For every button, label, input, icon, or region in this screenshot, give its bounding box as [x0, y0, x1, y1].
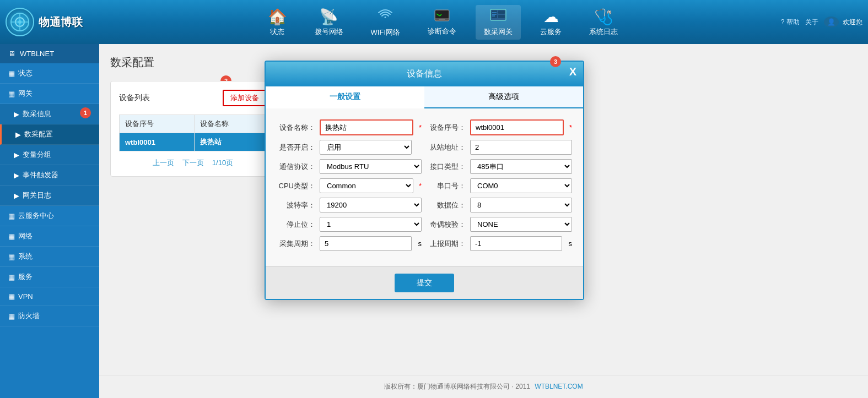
required-marker-cpu: *: [419, 182, 422, 190]
svg-rect-9: [439, 19, 445, 20]
sidebar-item-network[interactable]: ▦ 网络: [0, 226, 99, 247]
required-marker-no: *: [569, 123, 572, 132]
form-row-dev-name: 设备名称： *: [277, 119, 422, 135]
prev-page-link[interactable]: 上一页: [153, 158, 174, 168]
form-row-baud: 波特率： 9600 19200 38400 115200: [277, 198, 422, 212]
monitor-icon: 🖥: [8, 50, 15, 58]
select-stop-bit[interactable]: 1 2: [320, 217, 422, 232]
required-marker: *: [419, 123, 422, 132]
sidebar-item-system[interactable]: ▦ 系统: [0, 247, 99, 267]
signal-icon: 📡: [319, 8, 338, 26]
arrow-active-icon: ▶: [15, 130, 21, 139]
pagination: 上一页 下一页 1/10页: [119, 158, 267, 168]
cloud-icon: ☁: [543, 8, 559, 26]
user-greeting: 👤 欢迎您: [824, 18, 862, 27]
sidebar-item-service[interactable]: ▦ 服务: [0, 267, 99, 287]
input-dev-name[interactable]: [320, 119, 413, 135]
device-info-modal: 3 设备信息 X 一般设置 高级选项 设备名称：: [265, 61, 584, 300]
nav-cloud[interactable]: ☁ 云服务: [532, 5, 570, 40]
grid2-icon: ▦: [8, 90, 15, 98]
grid5-icon: ▦: [8, 253, 15, 261]
label-report-period: 上报周期：: [427, 239, 466, 249]
table-row[interactable]: wtbl0001 换热站: [120, 133, 267, 151]
nav-status-label: 状态: [270, 27, 284, 37]
nav-diagnose[interactable]: 诊断命令: [419, 5, 465, 39]
footer-text: 版权所有：厦门物通博联网络科技有限公司 · 2011: [384, 383, 530, 390]
form-row-collect-period: 采集周期： s: [277, 236, 422, 251]
select-com-port[interactable]: COM0 COM1 COM2: [470, 178, 572, 193]
tab-advanced[interactable]: 高级选项: [424, 86, 583, 107]
nav-items: 🏠 状态 📡 拨号网络 WIFI网络: [105, 4, 781, 40]
next-page-link[interactable]: 下一页: [182, 158, 204, 168]
label-data-bit: 数据位：: [427, 200, 466, 210]
footer: 版权所有：厦门物通博联网络科技有限公司 · 2011 WTBLNET.COM: [99, 375, 868, 398]
about-link[interactable]: 关于: [805, 18, 818, 27]
input-collect-period[interactable]: [320, 236, 412, 251]
label-cpu: CPU类型：: [277, 181, 315, 191]
arrow4-icon: ▶: [14, 192, 19, 200]
sidebar-item-variable-group[interactable]: ▶ 变量分组: [0, 145, 99, 165]
badge-3: 3: [550, 56, 561, 67]
nav-status[interactable]: 🏠 状态: [260, 5, 295, 40]
select-cpu[interactable]: Common: [320, 178, 413, 193]
sidebar-title: 🖥 WTBLNET: [0, 44, 99, 63]
grid6-icon: ▦: [8, 273, 15, 281]
page-info: 1/10页: [212, 158, 233, 168]
nav-syslog[interactable]: 🩺 系统日志: [581, 5, 626, 40]
nav-wifi[interactable]: WIFI网络: [363, 4, 408, 40]
form-row-stop-bit: 停止位： 1 2: [277, 217, 422, 232]
nav-wifi-label: WIFI网络: [371, 28, 400, 37]
label-enable: 是否开启：: [277, 143, 315, 152]
main-layout: 🖥 WTBLNET ▦ 状态 ▦ 网关 ▶ 数采信息 ▶ 数采配置 ▶ 变量分组…: [0, 44, 868, 398]
form-left: 设备名称： * 是否开启： 启用 禁用: [277, 119, 422, 255]
modal-title: 设备信息: [407, 69, 442, 78]
add-device-button[interactable]: 添加设备: [223, 90, 267, 106]
house-icon: 🏠: [268, 8, 287, 26]
select-data-bit[interactable]: 7 8: [470, 198, 572, 212]
submit-button[interactable]: 提交: [395, 274, 454, 292]
footer-link[interactable]: WTBLNET.COM: [535, 383, 583, 390]
input-dev-no[interactable]: [470, 119, 564, 135]
device-card: 设备列表 添加设备 设备序号 设备名称 wtbl0001: [110, 81, 276, 177]
form-row-interface: 接口类型： 485串口 232串口 以太网: [427, 159, 572, 174]
sidebar-item-cloud-center[interactable]: ▦ 云服务中心: [0, 206, 99, 226]
sidebar-item-event-trigger[interactable]: ▶ 事件触发器: [0, 165, 99, 186]
sidebar-item-gateway-log[interactable]: ▶ 网关日志: [0, 186, 99, 206]
label-stop-bit: 停止位：: [277, 220, 315, 230]
select-interface[interactable]: 485串口 232串口 以太网: [470, 159, 572, 174]
select-protocol[interactable]: Modbus RTU Modbus TCP: [320, 159, 422, 174]
label-dev-name: 设备名称：: [277, 123, 315, 133]
nav-datacollect[interactable]: 数采网关: [476, 5, 521, 40]
sidebar-item-vpn[interactable]: ▦ VPN: [0, 287, 99, 306]
input-slave-addr[interactable]: [470, 140, 572, 155]
label-com-port: 串口号：: [427, 181, 466, 191]
arrow2-icon: ▶: [14, 151, 19, 159]
label-interface: 接口类型：: [427, 162, 466, 172]
form-row-data-bit: 数据位： 7 8: [427, 198, 572, 212]
collect-period-unit: s: [418, 239, 422, 248]
modal-close-button[interactable]: X: [569, 66, 576, 77]
grid8-icon: ▦: [8, 312, 15, 320]
select-enable[interactable]: 启用 禁用: [320, 140, 412, 155]
tab-general[interactable]: 一般设置: [266, 86, 424, 108]
label-slave-addr: 从站地址：: [427, 143, 466, 152]
form-row-com-port: 串口号： COM0 COM1 COM2: [427, 178, 572, 193]
label-collect-period: 采集周期：: [277, 239, 315, 249]
select-parity[interactable]: NONE ODD EVEN: [470, 217, 572, 232]
label-dev-no: 设备序号：: [427, 123, 466, 133]
sidebar-item-datacollect-config[interactable]: ▶ 数采配置: [0, 124, 99, 145]
form-row-report-period: 上报周期： s: [427, 236, 572, 251]
nav-diagnose-label: 诊断命令: [428, 26, 456, 36]
form-row-dev-no: 设备序号： *: [427, 119, 572, 135]
form-row-parity: 奇偶校验： NONE ODD EVEN: [427, 217, 572, 232]
nav-dial[interactable]: 📡 拨号网络: [306, 5, 352, 40]
col-name-header: 设备名称: [195, 115, 267, 133]
help-link[interactable]: ? 帮助: [781, 18, 800, 27]
sidebar-item-firewall[interactable]: ▦ 防火墙: [0, 306, 99, 326]
sidebar-item-status[interactable]: ▦ 状态: [0, 63, 99, 84]
sidebar-item-gateway[interactable]: ▦ 网关: [0, 84, 99, 104]
modal-header: 设备信息 X: [266, 62, 583, 86]
select-baud[interactable]: 9600 19200 38400 115200: [320, 198, 422, 212]
grid-icon: ▦: [8, 69, 15, 78]
input-report-period[interactable]: [470, 236, 562, 251]
